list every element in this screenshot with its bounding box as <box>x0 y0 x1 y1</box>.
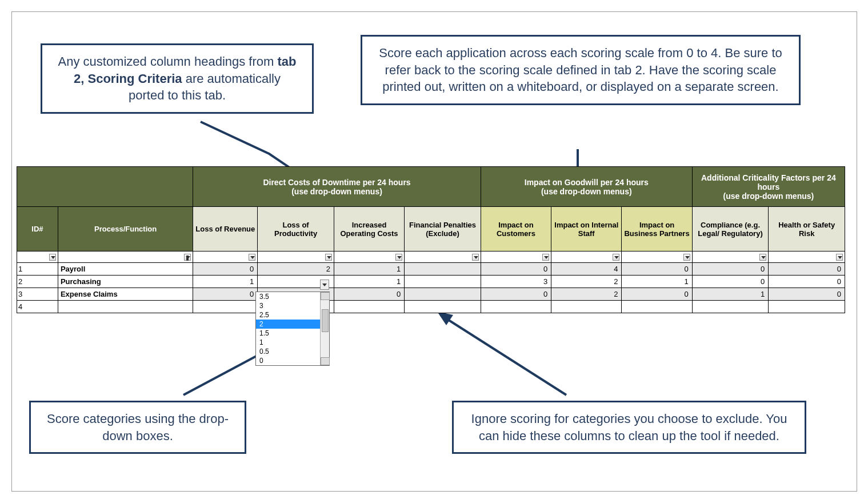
filter-dropdown-icon[interactable] <box>395 254 402 261</box>
score-cell[interactable] <box>405 288 481 301</box>
filter-dropdown-icon[interactable] <box>836 254 843 261</box>
table-row: 2Purchasing1132100 <box>17 276 845 288</box>
process-cell[interactable]: Expense Claims <box>58 288 193 301</box>
dropdown-option[interactable]: 3 <box>256 301 329 310</box>
dropdown-option[interactable]: 1.5 <box>256 329 329 338</box>
score-cell[interactable] <box>551 301 622 313</box>
table-row: 1Payroll02104000 <box>17 263 845 276</box>
score-cell[interactable] <box>622 301 692 313</box>
filter-cell[interactable] <box>769 252 845 263</box>
scroll-up-icon[interactable] <box>321 292 330 300</box>
filter-cell[interactable] <box>481 252 551 263</box>
process-cell[interactable]: Purchasing <box>58 276 193 288</box>
callout-text: Score each application across each scori… <box>379 46 782 94</box>
score-cell[interactable]: 0 <box>769 263 845 276</box>
col-impact-customers[interactable]: Impact on Customers <box>481 207 551 252</box>
col-loss-revenue[interactable]: Loss of Revenue <box>193 207 258 252</box>
filter-funnel-icon[interactable] <box>184 254 191 261</box>
process-cell[interactable]: Payroll <box>58 263 193 276</box>
score-cell[interactable]: 1 <box>193 276 258 288</box>
score-cell[interactable]: 3 <box>481 276 551 288</box>
col-health-safety[interactable]: Health or Safety Risk <box>769 207 845 252</box>
scroll-down-icon[interactable] <box>321 357 330 365</box>
col-loss-productivity[interactable]: Loss of Productivity <box>258 207 334 252</box>
filter-dropdown-icon[interactable] <box>472 254 479 261</box>
filter-cell[interactable] <box>58 252 193 263</box>
col-process[interactable]: Process/Function <box>58 207 193 252</box>
filter-cell[interactable] <box>622 252 692 263</box>
score-cell[interactable] <box>334 301 404 313</box>
score-cell[interactable]: 0 <box>769 288 845 301</box>
score-cell[interactable] <box>405 276 481 288</box>
filter-dropdown-icon[interactable] <box>759 254 766 261</box>
score-cell[interactable]: 1 <box>622 276 692 288</box>
score-cell[interactable] <box>769 301 845 313</box>
filter-dropdown-icon[interactable] <box>542 254 549 261</box>
score-cell[interactable] <box>193 301 258 313</box>
filter-cell[interactable] <box>551 252 622 263</box>
score-cell[interactable]: 0 <box>334 288 404 301</box>
filter-cell[interactable] <box>17 252 58 263</box>
score-cell[interactable]: 1 <box>334 276 404 288</box>
score-cell[interactable]: 2 <box>258 263 334 276</box>
filter-cell[interactable] <box>692 252 769 263</box>
callout-text: Any customized column headings from <box>58 54 278 69</box>
dropdown-option[interactable]: 0.5 <box>256 347 329 356</box>
filter-dropdown-icon[interactable] <box>49 254 56 261</box>
score-cell[interactable]: 0 <box>193 263 258 276</box>
callout-top-right: Score each application across each scori… <box>361 35 801 105</box>
filter-cell[interactable] <box>193 252 258 263</box>
dropdown-option[interactable]: 2 <box>256 320 329 329</box>
score-cell[interactable]: 0 <box>481 263 551 276</box>
filter-dropdown-icon[interactable] <box>613 254 619 261</box>
filter-dropdown-icon[interactable] <box>325 254 332 261</box>
filter-cell[interactable] <box>258 252 334 263</box>
score-cell[interactable]: 2 <box>551 288 622 301</box>
score-cell[interactable]: 0 <box>692 276 769 288</box>
score-cell[interactable]: 1 <box>692 288 769 301</box>
group-header-blank <box>17 167 193 207</box>
score-cell[interactable]: 0 <box>481 288 551 301</box>
col-operating-costs[interactable]: Increased Operating Costs <box>334 207 404 252</box>
score-cell[interactable]: 0 <box>193 288 258 301</box>
process-cell[interactable] <box>58 301 193 313</box>
score-cell[interactable]: 2 <box>551 276 622 288</box>
score-cell[interactable] <box>481 301 551 313</box>
col-impact-staff[interactable]: Impact on Internal Staff <box>551 207 622 252</box>
dropdown-option[interactable]: 3.5 <box>256 292 329 301</box>
dropdown-scrollbar[interactable] <box>320 292 329 365</box>
dropdown-option[interactable]: 1 <box>256 338 329 347</box>
filter-row <box>17 252 845 263</box>
score-cell[interactable]: 1 <box>334 263 404 276</box>
scroll-thumb[interactable] <box>322 309 329 332</box>
id-cell[interactable]: 2 <box>17 276 58 288</box>
col-impact-partners[interactable]: Impact on Business Partners <box>622 207 692 252</box>
col-id[interactable]: ID# <box>17 207 58 252</box>
scoring-table: Direct Costs of Downtime per 24 hours (u… <box>17 166 845 313</box>
score-cell[interactable]: 0 <box>769 276 845 288</box>
score-cell[interactable] <box>692 301 769 313</box>
score-cell[interactable]: 0 <box>692 263 769 276</box>
cell-dropdown-button[interactable] <box>320 280 329 290</box>
score-dropdown[interactable]: 3.532.521.510.50 <box>255 292 330 366</box>
id-cell[interactable]: 3 <box>17 288 58 301</box>
score-cell[interactable] <box>405 301 481 313</box>
score-cell[interactable]: 0 <box>622 263 692 276</box>
score-cell[interactable]: 0 <box>622 288 692 301</box>
column-header-row: ID# Process/Function Loss of Revenue Los… <box>17 207 845 252</box>
score-cell[interactable] <box>405 263 481 276</box>
id-cell[interactable]: 4 <box>17 301 58 313</box>
table-row: 4 <box>17 301 845 313</box>
filter-cell[interactable] <box>405 252 481 263</box>
col-financial-penalties[interactable]: Financial Penalties (Exclude) <box>405 207 481 252</box>
filter-dropdown-icon[interactable] <box>249 254 255 261</box>
filter-cell[interactable] <box>334 252 404 263</box>
filter-dropdown-icon[interactable] <box>683 254 690 261</box>
id-cell[interactable]: 1 <box>17 263 58 276</box>
dropdown-option[interactable]: 0 <box>256 356 329 365</box>
callout-bottom-left: Score categories using the drop-down box… <box>29 401 246 454</box>
score-cell[interactable]: 4 <box>551 263 622 276</box>
col-compliance[interactable]: Compliance (e.g. Legal/ Regulatory) <box>692 207 769 252</box>
group-header-additional: Additional Criticality Factors per 24 ho… <box>692 167 845 207</box>
dropdown-option[interactable]: 2.5 <box>256 310 329 320</box>
